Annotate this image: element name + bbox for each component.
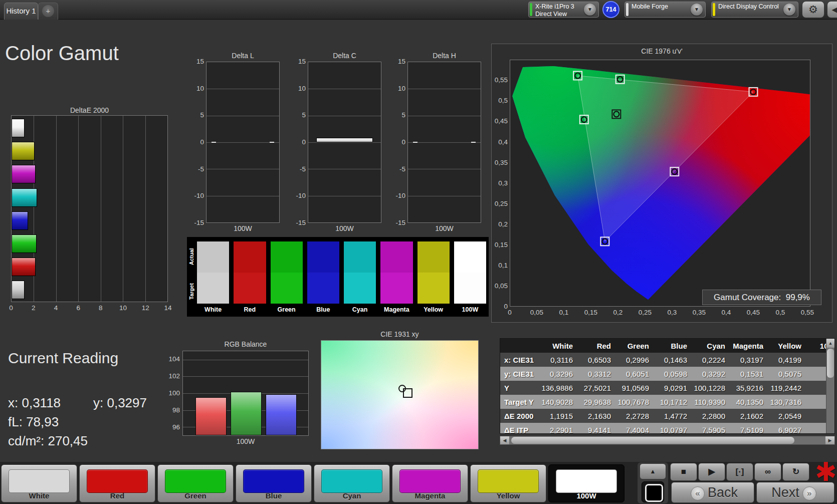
gridline xyxy=(206,142,279,143)
chevron-down-icon[interactable]: ▼ xyxy=(584,4,596,16)
swatch-label: Yellow xyxy=(417,306,450,315)
table-row[interactable]: ΔE 20001,19152,16302,27281,47722,28002,1… xyxy=(500,409,835,423)
table-cell: 119,2442 xyxy=(768,381,806,395)
rgb-bar-blue xyxy=(266,394,297,435)
table-row[interactable]: Target Y140,902829,9638100,767810,171211… xyxy=(500,395,835,409)
patch-button-green[interactable]: Green xyxy=(157,464,234,502)
table-cell: 1,4772 xyxy=(654,409,692,423)
table-cell: 7,5109 xyxy=(730,423,768,434)
swatch-label: Magenta xyxy=(380,306,412,315)
y-tick-label: 0,3 xyxy=(492,179,508,187)
scrollbar-thumb[interactable] xyxy=(827,349,834,378)
table-cell: 27,5021 xyxy=(577,381,615,395)
patch-button-yellow[interactable]: Yellow xyxy=(470,464,546,502)
delta-l-plot xyxy=(206,62,280,223)
swatch-target xyxy=(197,273,229,304)
table-row[interactable]: y: CIE310,32960,33120,60510,05980,32920,… xyxy=(500,367,835,381)
y-tick-label: 15 xyxy=(196,58,204,65)
current-reading-fl: fL: 78,93 xyxy=(8,414,59,430)
patch-button-white[interactable]: White xyxy=(1,464,77,502)
pattern-window-button[interactable] xyxy=(642,481,664,502)
gridline xyxy=(183,360,308,360)
scroll-right-icon[interactable]: ▶ xyxy=(825,436,834,444)
color-chip xyxy=(556,469,617,493)
scroll-left-icon[interactable]: ◀ xyxy=(500,436,509,444)
current-reading-xy: x: 0,3118 y: 0,3297 xyxy=(8,395,61,411)
x-tick-label: 4 xyxy=(54,304,58,312)
meter-line1: Mobile Forge xyxy=(632,3,668,10)
table-cell: 2,0549 xyxy=(768,409,806,423)
swatch-actual xyxy=(197,241,229,273)
swatch-actual xyxy=(271,241,303,273)
pattern-up-button[interactable]: ▲ xyxy=(640,463,666,479)
swatch-target xyxy=(454,273,486,304)
add-tab-button[interactable]: + xyxy=(38,3,58,20)
table-cell: 0,2996 xyxy=(615,353,654,367)
swatch-actual xyxy=(234,241,266,273)
chart-title: Delta L xyxy=(206,52,280,61)
x-tick-label: 0,5 xyxy=(776,309,785,316)
y-tick-label: 0 xyxy=(401,138,405,146)
x-label: x: xyxy=(8,395,18,410)
swatch-yellow xyxy=(417,241,450,304)
meter-source[interactable]: Mobile Forge ▼ xyxy=(624,2,706,18)
single-measure-button[interactable]: [·] xyxy=(726,463,753,481)
gridline xyxy=(308,116,381,116)
table-row[interactable]: Y136,988627,502191,05699,0291100,122835,… xyxy=(500,381,835,395)
tab-history-1[interactable]: History 1 xyxy=(4,3,38,20)
refresh-button[interactable]: ↻ xyxy=(782,463,809,481)
column-header: Red xyxy=(577,339,615,353)
gear-icon: ⚙ xyxy=(808,4,818,15)
pattern-window-icon xyxy=(645,484,663,502)
gridline xyxy=(78,116,79,302)
play-button[interactable]: ▶ xyxy=(698,463,725,481)
scroll-up-icon[interactable]: ▲ xyxy=(826,339,834,348)
gridline xyxy=(145,116,146,302)
zero-bar-tick xyxy=(270,142,274,143)
patch-label: Red xyxy=(80,491,155,500)
x-tick-label: 14 xyxy=(164,304,171,312)
rgb-balance-chart: RGB Balance 1041021009896 100W xyxy=(165,340,309,445)
patch-button-100w[interactable]: 100W xyxy=(548,464,624,502)
continuous-measure-button[interactable]: ∞ xyxy=(754,463,781,481)
gridline xyxy=(308,196,381,196)
chevron-down-icon[interactable]: ▼ xyxy=(783,4,795,16)
patch-button-red[interactable]: Red xyxy=(79,464,155,502)
table-header-row: WhiteRedGreenBlueCyanMagentaYellow100W xyxy=(500,339,835,353)
settings-button[interactable]: ⚙ xyxy=(802,1,824,18)
fl-label: fL: xyxy=(8,414,23,429)
x-tick-label: 0,35 xyxy=(693,309,706,316)
table-vertical-scrollbar[interactable]: ▲ xyxy=(826,339,834,433)
y-tick-label: 0,1 xyxy=(492,262,508,269)
swatch-label: Red xyxy=(234,306,266,315)
back-button[interactable]: «Back xyxy=(671,482,754,503)
patch-button-magenta[interactable]: Magenta xyxy=(392,464,468,502)
scrollbar-thumb[interactable] xyxy=(511,437,794,444)
chevron-down-icon[interactable]: ▼ xyxy=(691,4,703,16)
meter-instrument[interactable]: X-Rite i1Pro 3Direct View ▼ xyxy=(528,2,599,18)
y-tick-label: -10 xyxy=(395,192,405,199)
meter-line1: Direct Display Control xyxy=(718,3,779,10)
color-chip xyxy=(165,469,226,493)
meter-display[interactable]: Direct Display Control ▼ xyxy=(711,2,798,18)
y-tick-label: 100 xyxy=(168,389,180,397)
collapse-panel-button[interactable]: ◀ xyxy=(827,1,837,18)
x-tick-label: 0,45 xyxy=(747,309,760,316)
rgb-bar-red xyxy=(195,397,227,435)
patch-button-blue[interactable]: Blue xyxy=(236,464,312,502)
table-row[interactable]: ΔE ITP2,29019,41417,400410,07977,59057,5… xyxy=(500,423,835,434)
x-tick-label: 8 xyxy=(99,304,103,312)
gridline xyxy=(408,116,481,116)
patch-button-cyan[interactable]: Cyan xyxy=(314,464,390,502)
table-cell: 0,0598 xyxy=(654,367,692,381)
table-horizontal-scrollbar[interactable]: ◀ ▶ xyxy=(500,436,835,445)
stop-button[interactable]: ■ xyxy=(670,463,697,481)
meter-line1: X-Rite i1Pro 3 xyxy=(535,3,574,10)
y-tick-label: 0,4 xyxy=(492,138,508,146)
gamut-coverage-readout: Gamut Coverage: 99,9% xyxy=(702,290,821,305)
play-icon: ▶ xyxy=(708,467,715,476)
y-tick-label: -15 xyxy=(194,219,204,226)
table-row[interactable]: x: CIE310,31160,65030,29960,14630,22240,… xyxy=(500,353,835,367)
y-tick-label: -5 xyxy=(198,165,204,173)
swatch-actual xyxy=(344,241,376,273)
